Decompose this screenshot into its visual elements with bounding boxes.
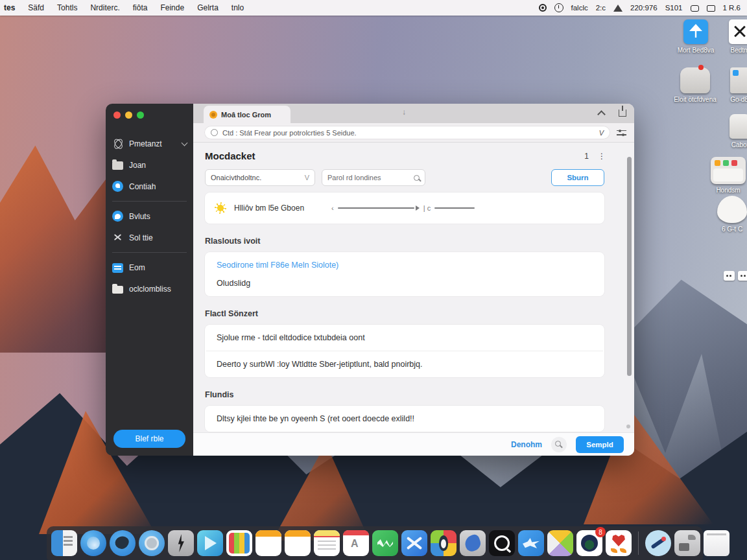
- warning-icon[interactable]: [613, 5, 622, 12]
- desktop-icon-label: Bedtm: [731, 47, 747, 54]
- filter-dropdown[interactable]: Onaicivthdoltnc. V: [205, 169, 315, 186]
- action-button[interactable]: Sburn: [551, 169, 604, 186]
- sidebar-item-bvluts[interactable]: Bvluts: [106, 205, 193, 227]
- footer-search-button[interactable]: [551, 437, 567, 452]
- result-link[interactable]: Seodirone timl F86e Meln Siolote): [217, 261, 593, 270]
- mail-icon: [112, 263, 123, 273]
- desktop-icon-close-file[interactable]: Bedtm: [717, 19, 747, 54]
- slider-arrow-icon: [416, 205, 420, 211]
- chevron-up-icon[interactable]: [597, 110, 606, 119]
- dock-github-icon[interactable]: [489, 530, 515, 556]
- section-header-2: Flundis: [205, 390, 604, 399]
- dock-calendar-icon[interactable]: [285, 530, 311, 556]
- notification-badge: 8: [595, 527, 606, 537]
- sidebar-item-pmetanzt[interactable]: Pmetanzt: [106, 133, 193, 154]
- address-bar[interactable]: Ctd : Stát Frear pour potrolcrties 5 Sei…: [204, 126, 610, 139]
- search-input[interactable]: Parol rd londines: [322, 169, 425, 186]
- close-button[interactable]: [113, 111, 121, 119]
- status-value: 220:976: [630, 4, 658, 12]
- dock-swirl-icon[interactable]: [460, 530, 486, 556]
- slider-track[interactable]: [338, 207, 414, 209]
- menu-item-5[interactable]: Feinde: [160, 3, 184, 12]
- dock-game-icon[interactable]: [431, 530, 456, 556]
- sidebar-item-soltie[interactable]: Sol ttie: [106, 227, 193, 248]
- sidebar-primary-button[interactable]: Blef rble: [113, 430, 185, 448]
- more-options-icon[interactable]: ⋮: [598, 154, 606, 158]
- desktop-icon-label: Cabot: [731, 141, 747, 148]
- dock-divider: [638, 531, 639, 555]
- dock-archive-icon[interactable]: [674, 530, 700, 556]
- section-card-0: Seodirone timl F86e Meln Siolote) Oludsl…: [205, 252, 604, 296]
- dock-safari-icon[interactable]: [80, 530, 106, 556]
- dock-textedit-icon[interactable]: [343, 530, 369, 556]
- desktop-icon-chips[interactable]: [713, 271, 747, 281]
- menu-item-2[interactable]: Tohtls: [57, 3, 77, 12]
- dock-bird-icon[interactable]: [518, 530, 544, 556]
- menu-item-6[interactable]: Gelrta: [197, 3, 219, 12]
- sidebar-item-oclclombliss[interactable]: oclclombliss: [106, 278, 193, 299]
- section-card-2: Dltsy kjlei thte be yn oyeenh S (ret ooe…: [205, 406, 604, 432]
- list-item[interactable]: Sjolue rme - tdcil eltdodice txtubdeia o…: [205, 325, 604, 351]
- desktop-icon-document[interactable]: Go-d8': [717, 67, 747, 103]
- resize-dot: [626, 425, 630, 428]
- airdrop-icon[interactable]: [539, 4, 547, 12]
- desktop-icon-clipboard[interactable]: Cabot: [717, 114, 747, 148]
- chat-icon[interactable]: [691, 5, 699, 12]
- display-icon[interactable]: [707, 5, 715, 12]
- dock-finder-icon[interactable]: [51, 530, 77, 556]
- address-chevron-icon[interactable]: V: [599, 129, 604, 137]
- list-item[interactable]: Dltsy kjlei thte be yn oyeenh S (ret ooe…: [205, 406, 604, 432]
- menu-item-3[interactable]: Nrditerc.: [90, 3, 119, 12]
- active-tab[interactable]: Moâ tloc Grom: [204, 106, 290, 123]
- dock-developer-tools-icon[interactable]: [401, 530, 427, 556]
- slider-left-glyph: ‹: [331, 204, 334, 212]
- range-slider[interactable]: ‹ | c: [331, 204, 475, 212]
- footer-submit-button[interactable]: Sempld: [576, 436, 624, 453]
- sidebar-item-eom[interactable]: Eom: [106, 257, 193, 278]
- minimize-button[interactable]: [125, 111, 132, 119]
- sidebar-item-contiah[interactable]: Contiah: [106, 176, 193, 197]
- dropdown-chevron-icon: V: [305, 174, 309, 181]
- highlight-label: Hlliôv bm l5e Gboen: [234, 204, 304, 213]
- dock-green-tool-icon[interactable]: [372, 530, 398, 556]
- menu-item-1[interactable]: Säfd: [28, 3, 44, 12]
- status-label-c: S101: [665, 4, 683, 12]
- dock-trash-icon[interactable]: [704, 530, 729, 556]
- clock-icon[interactable]: [554, 3, 563, 12]
- sidebar-item-label: Pmetanzt: [129, 139, 162, 148]
- chevron-down-icon[interactable]: [182, 139, 188, 146]
- dock-health-icon[interactable]: [606, 530, 632, 556]
- battery-label: 1 R.6: [723, 4, 741, 12]
- dock-automator-icon[interactable]: [168, 530, 194, 556]
- desktop-icon-upload[interactable]: Mort Bed8va: [673, 19, 718, 54]
- slider-track-2[interactable]: [434, 207, 475, 209]
- highlight-row[interactable]: Hlliôv bm l5e Gboen ‹ | c: [205, 192, 604, 224]
- tab-title: Moâ tloc Grom: [221, 111, 271, 119]
- sidebar-item-joan[interactable]: Joan: [106, 154, 193, 176]
- dock-player-icon[interactable]: [197, 530, 223, 556]
- search-icon: [555, 441, 561, 447]
- tune-icon[interactable]: [617, 129, 626, 137]
- download-arrow-icon[interactable]: ↓: [402, 108, 406, 117]
- scrollbar[interactable]: [627, 157, 632, 376]
- dock-notes-icon[interactable]: [314, 530, 340, 556]
- menu-item-7[interactable]: tnlo: [231, 3, 244, 12]
- dock-prism-icon[interactable]: [547, 530, 573, 556]
- menu-item-4[interactable]: fiôta: [133, 3, 148, 12]
- dock-app-ring-icon[interactable]: [139, 530, 165, 556]
- dock-calendar-blank-icon[interactable]: [255, 530, 281, 556]
- zoom-button[interactable]: [137, 111, 144, 119]
- desktop-icon-label: Mort Bed8va: [678, 47, 715, 54]
- dock-drive-icon[interactable]: 8: [576, 530, 602, 556]
- star-icon: [112, 232, 123, 243]
- share-icon[interactable]: [619, 110, 626, 117]
- menu-item-0[interactable]: tes: [4, 3, 15, 12]
- desktop-icon-grey-app[interactable]: Eloit ötcfdvena: [672, 67, 718, 103]
- footer-link[interactable]: Denohm: [511, 440, 542, 449]
- list-item[interactable]: Deerto y surbWl :loy Wtldtte Sber-jetipt…: [205, 351, 604, 377]
- dock-photos-icon[interactable]: [226, 530, 252, 556]
- dock-browser-icon[interactable]: [110, 530, 136, 556]
- desktop-icon-browser-window[interactable]: Hondsm: [706, 157, 747, 194]
- dock-draw-icon[interactable]: [645, 530, 671, 556]
- desktop-icon-white-shape[interactable]: 6 G-t C: [709, 196, 747, 233]
